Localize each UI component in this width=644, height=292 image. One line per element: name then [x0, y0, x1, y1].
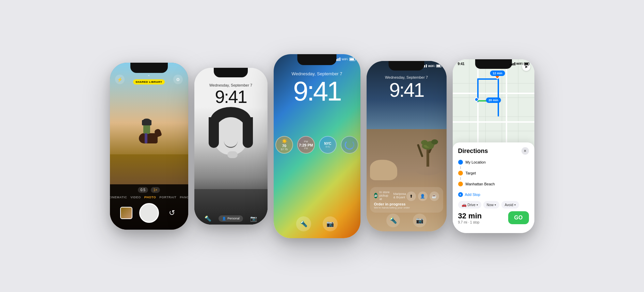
add-stop-label: Add Stop — [465, 193, 480, 197]
bw-time: 9:41 — [194, 88, 268, 106]
joshua-tree — [418, 131, 438, 172]
phones-container: ⚡ ⌃ SHARED LIBRARY ⚙ 0.5 1× CINEMATIC VI… — [0, 41, 644, 252]
weather-widget: ☀️ 70 57 75 — [275, 136, 293, 154]
spiral-widget — [341, 136, 358, 154]
add-stop-button[interactable]: + Add Stop — [458, 191, 529, 198]
direction-item-my-location: My Location — [458, 158, 529, 166]
map-background: 12 min 20 min 9:41 — [453, 59, 534, 155]
directions-panel: Directions × My Location Target — [453, 142, 534, 233]
route-badge-20min: 20 min — [486, 97, 501, 103]
add-stop-icon: + — [458, 192, 463, 197]
notification-action-icons: ⬆ 👤 ☕ — [406, 191, 439, 201]
desert-lockscreen-bg: WiFi Wednesday, September 7 9:41 ☕ In st… — [367, 61, 447, 231]
desert-bottom-actions: 🔦 📷 — [367, 214, 447, 227]
flash-icon[interactable]: ⚡ — [115, 75, 125, 84]
mode-cinematic[interactable]: CINEMATIC — [110, 196, 127, 199]
settings-icon[interactable]: ⚙ — [173, 75, 183, 84]
flashlight-icon[interactable]: 🔦 — [205, 215, 211, 222]
starbucks-order-status: Order in progress — [374, 202, 439, 206]
my-location-marker — [474, 97, 479, 102]
phone-desert-lockscreen: WiFi Wednesday, September 7 9:41 ☕ In st… — [367, 61, 447, 231]
mode-video[interactable]: VIDEO — [130, 196, 141, 199]
people-icon[interactable]: 👤 — [418, 191, 428, 201]
map-status-bar: 9:41 WiFi — [458, 62, 529, 66]
starbucks-app-icon[interactable]: ☕ — [430, 191, 439, 201]
photo-thumbnail[interactable] — [120, 207, 132, 219]
mode-pano[interactable]: PANO — [180, 196, 188, 199]
starbucks-notification: ☕ In store pickup at Mariposa & Bryant ⬆… — [370, 187, 443, 213]
go-button[interactable]: GO — [508, 211, 529, 224]
direction-item-manhattan-beach: Manhattan Beach — [458, 180, 529, 188]
camera-background: ⚡ ⌃ SHARED LIBRARY ⚙ 0.5 1× CINEMATIC VI… — [110, 63, 188, 230]
time-widget: PM 7:29 PM PM — [297, 136, 315, 154]
target-dot — [458, 171, 463, 175]
bw-date: Wednesday, September 7 — [194, 83, 268, 87]
starbucks-order-sub: We're handcrafting your order — [374, 206, 439, 209]
now-option[interactable]: Now ▾ — [483, 201, 499, 209]
temp-lo: 57 75 — [281, 148, 288, 151]
shared-library-badge: SHARED LIBRARY — [133, 79, 164, 84]
widgets-row: ☀️ 70 57 75 PM 7:29 PM PM NYC 9:41 — [274, 136, 360, 154]
now-label: Now — [487, 203, 494, 207]
mode-photo[interactable]: PHOTO — [144, 196, 156, 199]
bw-time-section: Wednesday, September 7 9:41 — [194, 83, 268, 106]
phone-maps: 12 min 20 min 9:41 — [453, 59, 534, 233]
colorful-time: 9:41 — [274, 78, 360, 105]
camera-icon[interactable]: 📷 — [250, 215, 257, 222]
my-location-dot — [458, 160, 463, 165]
starbucks-logo-icon: ☕ — [374, 193, 377, 198]
starbucks-header: ☕ In store pickup at Mariposa & Bryant — [374, 190, 406, 201]
desert-flashlight-icon[interactable]: 🔦 — [386, 214, 400, 227]
mode-portrait[interactable]: PORTRAIT — [159, 196, 176, 199]
colorful-bottom-actions: 🔦 📷 — [274, 216, 360, 231]
time-widget-label: 7:29 PM — [299, 143, 313, 147]
notch-2 — [214, 68, 248, 77]
map-signal-icon — [510, 62, 515, 65]
route-detail: 9.7 mi · 1 stop — [458, 220, 482, 224]
nyc-widget: NYC 9:41 — [319, 136, 337, 154]
zoom-controls: 0.5 1× — [110, 187, 188, 193]
avoid-option[interactable]: Avoid ▾ — [501, 201, 519, 209]
phone-bw-lockscreen: Wednesday, September 7 9:41 — [194, 68, 268, 225]
route-summary: 32 min 9.7 mi · 1 stop GO — [458, 211, 529, 224]
camera-flip-icon[interactable]: ↺ — [166, 207, 178, 219]
bw-bottom-bar: 🔦 👤 Personal 📷 — [194, 215, 268, 222]
route-time-section: 32 min 9.7 mi · 1 stop — [458, 212, 482, 224]
desert-time: 9:41 — [367, 80, 447, 100]
flashlight-action[interactable]: 🔦 — [296, 216, 311, 231]
direction-item-target: Target — [458, 169, 529, 177]
colorful-lockscreen-bg: WiFi Wednesday, September 7 9:41 ☀️ 70 5… — [274, 54, 360, 238]
route-time: 32 min — [458, 212, 482, 220]
colorful-status-bar: WiFi — [335, 58, 355, 61]
now-chevron: ▾ — [495, 203, 496, 206]
zoom-05[interactable]: 0.5 — [138, 187, 148, 193]
maps-screen: 12 min 20 min 9:41 — [453, 59, 534, 233]
desert-camera-icon[interactable]: 📷 — [413, 214, 426, 227]
notification-header: ☕ In store pickup at Mariposa & Bryant ⬆… — [374, 190, 439, 202]
directions-list: My Location Target Manhattan Beach — [458, 158, 529, 188]
profile-label[interactable]: 👤 Personal — [219, 215, 243, 222]
manhattan-beach-dot — [458, 182, 463, 186]
route-badge-12min: 12 min — [490, 71, 505, 76]
close-button[interactable]: × — [521, 147, 529, 155]
temp-hi: 70 — [282, 144, 286, 148]
route-options: 🚗 Drive ▾ Now ▾ Avoid ▾ — [458, 201, 529, 209]
map-status-time: 9:41 — [458, 62, 465, 66]
starbucks-location-text: Mariposa & Bryant — [393, 192, 406, 199]
target-label: Target — [466, 171, 529, 175]
zoom-1x[interactable]: 1× — [151, 187, 160, 193]
camera-top-bar: ⚡ ⌃ SHARED LIBRARY ⚙ — [110, 75, 188, 84]
bw-lockscreen-bg: Wednesday, September 7 9:41 — [194, 68, 268, 225]
shutter-button[interactable] — [139, 203, 159, 223]
shutter-row: ↺ — [110, 203, 188, 223]
avoid-label: Avoid — [505, 203, 513, 207]
camera-action[interactable]: 📷 — [323, 216, 338, 231]
drive-option[interactable]: 🚗 Drive ▾ — [458, 201, 481, 209]
share-icon[interactable]: ⬆ — [406, 191, 416, 201]
camera-modes: CINEMATIC VIDEO PHOTO PORTRAIT PANO — [110, 196, 188, 199]
avoid-chevron: ▾ — [514, 203, 516, 206]
colorful-time-section: Wednesday, September 7 9:41 — [274, 71, 360, 105]
drive-label: Drive — [468, 203, 476, 207]
notch-4 — [389, 61, 424, 71]
manhattan-beach-label: Manhattan Beach — [466, 182, 529, 186]
